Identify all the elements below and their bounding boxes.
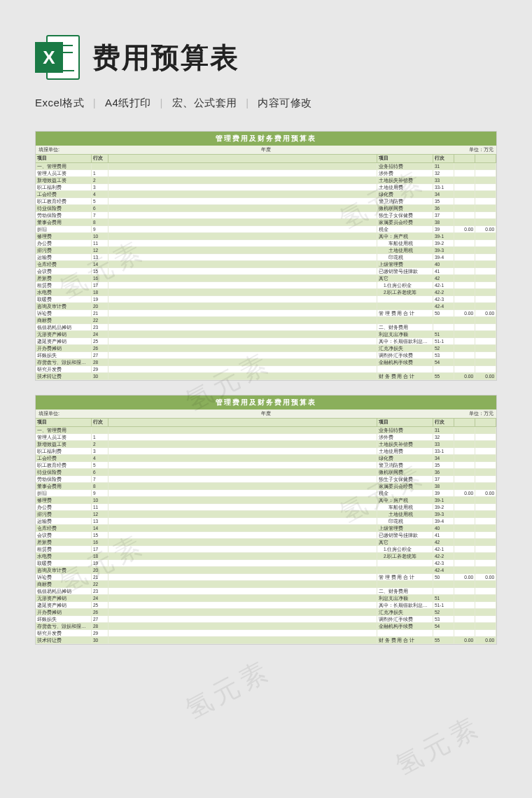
- table-row: 租赁费17 1.住房公积金42-1: [36, 282, 496, 289]
- table-row: 一、管理费用业务招待费31: [36, 427, 496, 434]
- feature-item: 宏、公式套用: [172, 97, 237, 108]
- table-row: 待业保险费6微机联网费36: [36, 469, 496, 476]
- table-row: 开办费摊销26汇兑净损失52: [36, 609, 496, 616]
- feature-item: A4纸打印: [105, 97, 151, 108]
- table-row: 排污费12 土地使用税39-3: [36, 247, 496, 254]
- table-row: 新增效益工资2土地损失补偿费33: [36, 441, 496, 448]
- table-row: 取暖费1942-3: [36, 296, 496, 303]
- column-header-row: 项目 行次 项目 行次: [36, 155, 496, 163]
- table-row: 水电费18 2.职工养老统筹42-2: [36, 553, 496, 560]
- table-row: 工会经费4绿化费34: [36, 191, 496, 198]
- table-row: 修理费10其中：房产税39-1: [36, 497, 496, 504]
- table-row: 办公费11 车船使用税39-2: [36, 504, 496, 511]
- table-row: 无形资产摊销24利息支出净额51: [36, 595, 496, 602]
- table-row: 一、管理费用业务招待费31: [36, 163, 496, 170]
- page-title: 费用预算表: [92, 38, 239, 77]
- table-row: 职工福利费3土地使用费33-1: [36, 448, 496, 455]
- table-row: 商标费22: [36, 317, 496, 324]
- sheet-meta-row: 填报单位: 年度 单位：万元: [36, 410, 496, 419]
- table-row: 坏账损失27调剂外汇手续费53: [36, 616, 496, 623]
- feature-item: 内容可修改: [258, 97, 312, 108]
- table-row: 折旧9税金390.000.00: [36, 226, 496, 233]
- table-row: 运输费13 印花税39-4: [36, 254, 496, 261]
- table-row: 研究开发费29: [36, 366, 496, 373]
- table-row: 董事会费用8家属委员会经费38: [36, 219, 496, 226]
- column-header-row: 项目 行次 项目 行次: [36, 419, 496, 427]
- table-row: 新增效益工资2土地损失补偿费33: [36, 177, 496, 184]
- excel-icon: X: [35, 35, 80, 80]
- watermark: 氢元素: [389, 708, 487, 783]
- table-row: 诉讼费21管 理 费 用 合 计500.000.00: [36, 310, 496, 317]
- spreadsheet-preview: 管理费用及财务费用预算表 填报单位: 年度 单位：万元 项目 行次 项目 行次 …: [35, 131, 497, 381]
- table-row: 排污费12 土地使用税39-3: [36, 511, 496, 518]
- table-row: 会议费15已缴销警号挂牌款41: [36, 268, 496, 275]
- table-row: 低值易耗品摊销23二、财务费用: [36, 588, 496, 595]
- table-row: 管理人员工资1涉外费32: [36, 434, 496, 441]
- table-row: 递延资产摊销25其中：长期借款利息净支出51-1: [36, 338, 496, 345]
- meta-currency-label: 单位：万元: [342, 146, 493, 153]
- table-row: 研究开发费29: [36, 630, 496, 637]
- meta-unit-label: 填报单位:: [38, 146, 190, 153]
- table-row: 低值易耗品摊销23二、财务费用: [36, 324, 496, 331]
- table-row: 存货盘亏、毁损和报废(减盘盈)28金融机构手续费54: [36, 623, 496, 630]
- table-row: 会议费15已缴销警号挂牌款41: [36, 532, 496, 539]
- table-row: 差旅费16其它42: [36, 275, 496, 282]
- table-row: 递延资产摊销25其中：长期借款利息净支出51-1: [36, 602, 496, 609]
- table-row: 坏账损失27调剂外汇手续费53: [36, 352, 496, 359]
- table-row: 诉讼费21管 理 费 用 合 计500.000.00: [36, 574, 496, 581]
- sheet-meta-row: 填报单位: 年度 单位：万元: [36, 146, 496, 155]
- table-row: 技术转让费30财 务 费 用 合 计550.000.00: [36, 637, 496, 644]
- table-row: 技术转让费30财 务 费 用 合 计550.000.00: [36, 373, 496, 380]
- table-row: 无形资产摊销24利息支出净额51: [36, 331, 496, 338]
- table-row: 开办费摊销26汇兑净损失52: [36, 345, 496, 352]
- table-row: 折旧9税金390.000.00: [36, 490, 496, 497]
- table-row: 存货盘亏、毁损和报废(减盘盈)28金融机构手续费54: [36, 359, 496, 366]
- table-row: 仓库经费14上级管理费40: [36, 261, 496, 268]
- table-row: 办公费11 车船使用税39-2: [36, 240, 496, 247]
- table-row: 董事会费用8家属委员会经费38: [36, 483, 496, 490]
- table-row: 劳动保险费7独生子女保健费37: [36, 212, 496, 219]
- table-row: 租赁费17 1.住房公积金42-1: [36, 546, 496, 553]
- sheet-title: 管理费用及财务费用预算表: [36, 396, 496, 410]
- table-row: 咨询及审计费2042-4: [36, 303, 496, 310]
- table-row: 职工教育经费5警卫消防费35: [36, 198, 496, 205]
- table-row: 工会经费4绿化费34: [36, 455, 496, 462]
- table-row: 职工福利费3土地使用费33-1: [36, 184, 496, 191]
- separator: |: [246, 97, 248, 108]
- table-row: 仓库经费14上级管理费40: [36, 525, 496, 532]
- table-row: 咨询及审计费2042-4: [36, 567, 496, 574]
- spreadsheet-preview: 管理费用及财务费用预算表 填报单位: 年度 单位：万元 项目 行次 项目 行次 …: [35, 395, 497, 645]
- separator: |: [93, 97, 96, 108]
- table-row: 运输费13 印花税39-4: [36, 518, 496, 525]
- watermark: 氢元素: [179, 652, 277, 727]
- table-row: 商标费22: [36, 581, 496, 588]
- features-line: Excel格式 | A4纸打印 | 宏、公式套用 | 内容可修改: [0, 97, 532, 124]
- sheet-body: 一、管理费用业务招待费31管理人员工资1涉外费32新增效益工资2土地损失补偿费3…: [36, 427, 496, 644]
- feature-item: Excel格式: [35, 97, 84, 108]
- table-row: 劳动保险费7独生子女保健费37: [36, 476, 496, 483]
- table-row: 修理费10其中：房产税39-1: [36, 233, 496, 240]
- table-row: 管理人员工资1涉外费32: [36, 170, 496, 177]
- separator: |: [160, 97, 162, 108]
- table-row: 职工教育经费5警卫消防费35: [36, 462, 496, 469]
- meta-year-label: 年度: [190, 146, 342, 153]
- table-row: 差旅费16其它42: [36, 539, 496, 546]
- table-row: 取暖费1942-3: [36, 560, 496, 567]
- product-header: X 费用预算表: [0, 0, 532, 97]
- sheet-body: 一、管理费用业务招待费31管理人员工资1涉外费32新增效益工资2土地损失补偿费3…: [36, 163, 496, 380]
- sheet-title: 管理费用及财务费用预算表: [36, 132, 496, 146]
- table-row: 待业保险费6微机联网费36: [36, 205, 496, 212]
- table-row: 水电费18 2.职工养老统筹42-2: [36, 289, 496, 296]
